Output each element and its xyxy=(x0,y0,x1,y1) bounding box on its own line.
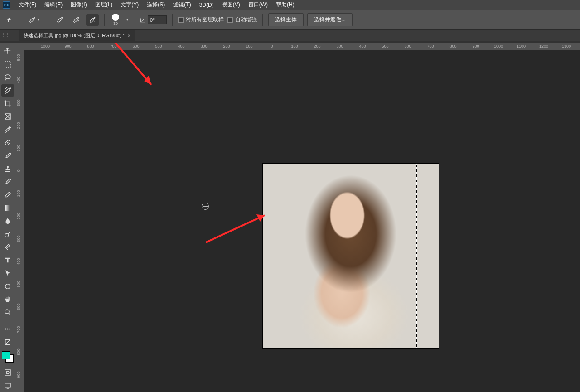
svg-point-2 xyxy=(5,88,6,89)
menu-view[interactable]: 视图(V) xyxy=(218,0,244,10)
ruler-corner xyxy=(15,43,24,50)
document-tab-title: 快速选择工具.jpg @ 100% (图层 0, RGB/8#) * xyxy=(24,32,125,39)
tool-frame[interactable] xyxy=(1,111,14,123)
svg-rect-16 xyxy=(5,383,10,387)
tool-dodge[interactable] xyxy=(1,228,14,240)
ruler-tick: 300 xyxy=(200,44,207,48)
ruler-tick: 200 xyxy=(16,122,21,129)
home-button[interactable] xyxy=(4,14,14,26)
tool-screen-mode[interactable] xyxy=(1,379,14,392)
menu-select[interactable]: 选择(S) xyxy=(143,0,169,10)
menu-type[interactable]: 文字(Y) xyxy=(116,0,143,10)
separator xyxy=(262,14,263,26)
tool-marquee[interactable] xyxy=(1,58,14,71)
ruler-tick: 800 xyxy=(450,44,456,48)
document-tab[interactable]: 快速选择工具.jpg @ 100% (图层 0, RGB/8#) * × xyxy=(19,30,135,41)
add-selection-button[interactable] xyxy=(70,14,82,26)
tool-pen[interactable] xyxy=(1,241,14,253)
svg-point-10 xyxy=(5,328,6,329)
select-subject-button[interactable]: 选择主体 xyxy=(268,13,304,26)
tool-eraser[interactable] xyxy=(1,189,14,201)
toolbox xyxy=(0,43,15,392)
panel-toggle-icon[interactable]: ⋮⋮ xyxy=(2,31,9,38)
svg-point-11 xyxy=(7,328,8,329)
tool-quick-mask[interactable] xyxy=(1,367,14,379)
tool-brush[interactable] xyxy=(1,150,14,162)
foreground-color-swatch[interactable] xyxy=(2,351,10,359)
color-swatches[interactable] xyxy=(2,351,14,363)
separator xyxy=(172,14,173,26)
tool-hand[interactable] xyxy=(1,293,14,305)
tool-blur[interactable] xyxy=(1,215,14,227)
ruler-tick: 400 xyxy=(16,258,21,265)
svg-marker-18 xyxy=(144,76,151,85)
angle-icon xyxy=(140,17,146,23)
ruler-tick: 900 xyxy=(64,44,71,48)
new-selection-button[interactable] xyxy=(53,14,66,26)
menu-image[interactable]: 图像(I) xyxy=(67,0,91,10)
svg-point-3 xyxy=(6,87,7,88)
tool-eyedropper[interactable] xyxy=(1,124,14,136)
ruler-tick: 700 xyxy=(110,44,116,48)
canvas-area[interactable]: 1000900800700600500400300200100010020030… xyxy=(15,43,580,392)
menu-help[interactable]: 帮助(H) xyxy=(272,0,299,10)
sample-all-layers-checkbox[interactable]: 对所有图层取样 xyxy=(178,16,224,24)
menu-edit[interactable]: 编辑(E) xyxy=(40,0,67,10)
svg-rect-6 xyxy=(5,205,10,211)
auto-enhance-checkbox[interactable]: 自动增强 xyxy=(227,16,257,24)
menu-file[interactable]: 文件(F) xyxy=(14,0,40,10)
brush-size-label: 30 xyxy=(113,21,118,26)
tool-quick-select[interactable] xyxy=(1,84,14,97)
ruler-tick: 400 xyxy=(16,77,21,83)
checkbox-label: 自动增强 xyxy=(235,16,257,24)
ruler-tick: 700 xyxy=(427,44,434,48)
checkbox-label: 对所有图层取样 xyxy=(186,16,224,24)
brush-cursor-icon xyxy=(202,203,209,210)
ruler-tick: 1200 xyxy=(539,44,548,48)
brush-dropdown-icon[interactable]: ▾ xyxy=(126,18,128,22)
brush-preset-picker[interactable]: 30 xyxy=(110,14,121,26)
tool-edit-toolbar[interactable] xyxy=(1,336,14,348)
ruler-tick: 600 xyxy=(404,44,411,48)
document-tab-bar: 快速选择工具.jpg @ 100% (图层 0, RGB/8#) * × xyxy=(0,30,580,41)
tool-shape[interactable] xyxy=(1,280,14,292)
select-and-mask-button[interactable]: 选择并遮住... xyxy=(307,13,353,26)
annotation-arrow-1 xyxy=(97,43,160,95)
tool-crop[interactable] xyxy=(1,97,14,110)
tool-type[interactable] xyxy=(1,254,14,266)
separator xyxy=(20,14,20,26)
svg-point-9 xyxy=(5,310,9,314)
tab-close-button[interactable]: × xyxy=(127,33,130,39)
svg-line-19 xyxy=(206,215,265,242)
angle-input[interactable] xyxy=(148,15,167,24)
ruler-tick: 900 xyxy=(16,371,21,378)
tool-path-select[interactable] xyxy=(1,267,14,280)
svg-rect-0 xyxy=(5,62,10,67)
menu-bar: Ps 文件(F) 编辑(E) 图像(I) 图层(L) 文字(Y) 选择(S) 滤… xyxy=(0,0,580,10)
ruler-tick: 300 xyxy=(16,99,21,106)
menu-filter[interactable]: 滤镜(T) xyxy=(169,0,195,10)
ruler-tick: 800 xyxy=(16,348,21,355)
tool-menu[interactable] xyxy=(1,323,14,335)
tool-gradient[interactable] xyxy=(1,202,14,214)
svg-point-8 xyxy=(5,284,10,289)
ruler-tick: 1100 xyxy=(517,44,526,48)
ruler-vertical: 5004003002001000100200300400500600700800… xyxy=(15,50,24,392)
menu-3d[interactable]: 3D(D) xyxy=(195,0,218,10)
tool-heal[interactable] xyxy=(1,137,14,149)
ruler-tick: 100 xyxy=(16,145,21,151)
tool-stamp[interactable] xyxy=(1,163,14,175)
document-image[interactable] xyxy=(263,164,439,348)
svg-point-15 xyxy=(6,371,9,374)
menu-layer[interactable]: 图层(L) xyxy=(91,0,117,10)
tool-move[interactable] xyxy=(1,45,14,58)
tool-lasso[interactable] xyxy=(1,72,14,84)
ruler-tick: 500 xyxy=(16,54,21,61)
tool-history-brush[interactable] xyxy=(1,176,14,188)
ruler-tick: 800 xyxy=(87,44,94,48)
ruler-tick: 500 xyxy=(155,44,162,48)
menu-window[interactable]: 窗口(W) xyxy=(244,0,272,10)
tool-zoom[interactable] xyxy=(1,306,14,319)
subtract-selection-button[interactable] xyxy=(86,14,99,26)
tool-preset-dropdown[interactable]: ▾ xyxy=(26,14,42,26)
